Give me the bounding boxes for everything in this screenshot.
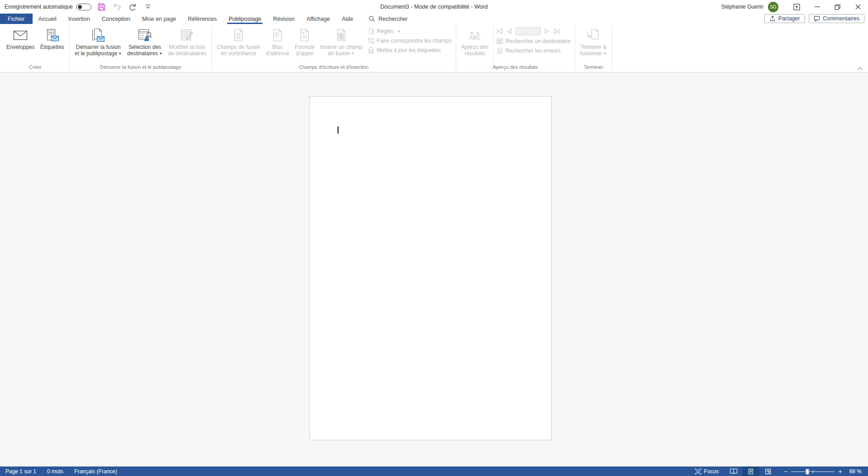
last-record-icon[interactable] bbox=[553, 28, 560, 34]
read-mode-icon bbox=[730, 468, 738, 474]
tab-aide[interactable]: Aide bbox=[336, 14, 359, 24]
text-cursor bbox=[338, 126, 339, 134]
ribbon-publipostage: Enveloppes Étiquettes bbox=[0, 24, 868, 72]
dropdown-caret-icon: ▼ bbox=[396, 29, 401, 34]
match-fields-icon bbox=[368, 37, 375, 44]
select-recipients-button[interactable]: Sélection des destinataires▼ bbox=[124, 25, 165, 57]
match-fields-button[interactable]: Faire correspondre les champs bbox=[368, 37, 452, 44]
zoom-out-button[interactable]: − bbox=[784, 468, 787, 475]
group-label-apercu-resultats: Aperçu des résultats bbox=[457, 64, 574, 72]
rules-icon: ? bbox=[368, 28, 375, 35]
finish-merge-button[interactable]: Terminer & fusionner▼ bbox=[577, 25, 610, 57]
language-indicator[interactable]: Français (France) bbox=[69, 466, 123, 476]
address-block-icon bbox=[271, 28, 284, 43]
update-labels-button[interactable]: Mettre à jour les étiquettes bbox=[368, 47, 452, 54]
group-divider bbox=[69, 25, 70, 71]
etiquettes-button[interactable]: Étiquettes bbox=[38, 25, 67, 51]
find-recipient-button[interactable]: Rechercher un destinataire bbox=[496, 38, 571, 45]
read-mode-button[interactable] bbox=[725, 466, 742, 476]
svg-text:?: ? bbox=[371, 29, 373, 34]
tab-publipostage[interactable]: Publipostage bbox=[223, 14, 267, 24]
focus-toggle[interactable]: Focus bbox=[688, 466, 725, 476]
next-record-icon[interactable] bbox=[544, 28, 550, 34]
group-divider bbox=[456, 25, 456, 71]
restore-icon bbox=[835, 4, 840, 10]
ribbon-group-demarrer-fusion: Démarrer la fusion et le publipostage▼ bbox=[70, 24, 211, 72]
save-icon bbox=[98, 3, 105, 11]
tab-revision[interactable]: Révision bbox=[267, 14, 300, 24]
save-button[interactable] bbox=[97, 2, 107, 12]
tab-references[interactable]: Références bbox=[182, 14, 223, 24]
greeting-line-button[interactable]: Formule d'appel bbox=[292, 25, 317, 57]
enveloppes-button[interactable]: Enveloppes bbox=[4, 25, 38, 51]
group-label-creer: Créer bbox=[2, 64, 69, 72]
search-button[interactable]: Rechercher bbox=[369, 14, 408, 24]
tab-insertion[interactable]: Insertion bbox=[62, 14, 96, 24]
zoom-percentage[interactable]: 68 % bbox=[847, 468, 868, 475]
group-divider bbox=[612, 25, 612, 71]
user-name[interactable]: Stéphanie Guerin bbox=[721, 4, 763, 10]
customize-quick-access-button[interactable] bbox=[143, 2, 153, 12]
finish-merge-icon bbox=[586, 28, 601, 43]
zoom-slider-handle[interactable] bbox=[806, 469, 809, 475]
minimize-button[interactable] bbox=[807, 0, 827, 14]
dropdown-caret-icon: ▼ bbox=[158, 52, 162, 56]
web-layout-icon bbox=[765, 468, 772, 475]
search-icon bbox=[369, 16, 375, 22]
comments-button[interactable]: Commentaires bbox=[809, 14, 864, 23]
zoom-control: − + bbox=[777, 466, 846, 476]
address-block-button[interactable]: Bloc d'adresse bbox=[263, 25, 292, 57]
document-canvas[interactable] bbox=[0, 72, 868, 466]
chevron-down-icon bbox=[145, 5, 151, 9]
print-layout-button[interactable] bbox=[742, 466, 759, 476]
zoom-in-button[interactable]: + bbox=[838, 468, 842, 475]
close-icon bbox=[855, 4, 861, 10]
find-recipient-icon bbox=[496, 38, 503, 45]
tab-accueil[interactable]: Accueil bbox=[33, 14, 62, 24]
redo-icon bbox=[129, 3, 136, 11]
web-layout-button[interactable] bbox=[759, 466, 777, 476]
group-divider bbox=[575, 25, 575, 71]
dropdown-caret-icon: ▼ bbox=[602, 52, 607, 56]
document-page[interactable] bbox=[309, 96, 552, 440]
share-button[interactable]: Partager bbox=[764, 14, 805, 23]
insert-merge-field-button[interactable]: Insérer un champ de fusion▼ bbox=[317, 25, 365, 57]
focus-icon bbox=[695, 468, 701, 475]
autosave-toggle[interactable]: Enregistrement automatique bbox=[5, 4, 91, 10]
edit-recipient-list-icon bbox=[180, 29, 194, 42]
zoom-slider[interactable] bbox=[791, 468, 835, 475]
page-indicator[interactable]: Page 1 sur 1 bbox=[0, 466, 42, 476]
edit-recipient-list-button[interactable]: Modifier la liste de destinataires bbox=[165, 25, 209, 57]
ribbon-group-champs-ecriture: Champs de fusion en surbrillance bbox=[212, 24, 455, 72]
check-errors-icon bbox=[496, 47, 503, 54]
close-button[interactable] bbox=[848, 0, 868, 14]
previous-record-icon[interactable] bbox=[506, 28, 512, 34]
greeting-line-icon bbox=[298, 28, 311, 43]
preview-results-button[interactable]: « » ABC Aperçu des résultats bbox=[458, 25, 491, 57]
ribbon-tab-row: Fichier Accueil Insertion Conception Mis… bbox=[0, 14, 868, 24]
tab-fichier[interactable]: Fichier bbox=[0, 14, 33, 24]
restore-button[interactable] bbox=[827, 0, 848, 14]
tab-affichage[interactable]: Affichage bbox=[300, 14, 336, 24]
tab-mise-en-page[interactable]: Mise en page bbox=[136, 14, 182, 24]
chevron-up-icon bbox=[857, 67, 863, 70]
word-count[interactable]: 0 mots bbox=[42, 466, 69, 476]
tab-conception[interactable]: Conception bbox=[96, 14, 136, 24]
undo-button[interactable] bbox=[112, 2, 122, 12]
autosave-switch-icon[interactable] bbox=[76, 4, 91, 10]
quick-access-toolbar: Enregistrement automatique bbox=[0, 2, 153, 12]
start-mail-merge-button[interactable]: Démarrer la fusion et le publipostage▼ bbox=[72, 25, 124, 57]
status-bar: Page 1 sur 1 0 mots Français (France) Fo… bbox=[0, 466, 868, 476]
redo-button[interactable] bbox=[128, 2, 138, 12]
check-errors-button[interactable]: Rechercher les erreurs bbox=[496, 47, 571, 54]
ribbon-display-options-button[interactable] bbox=[787, 0, 807, 14]
group-label-champs-ecriture: Champs d'écriture et d'insertion bbox=[212, 64, 455, 72]
collapse-ribbon-button[interactable] bbox=[857, 67, 863, 70]
first-record-icon[interactable] bbox=[496, 28, 503, 34]
highlight-merge-fields-button[interactable]: Champs de fusion en surbrillance bbox=[214, 25, 263, 57]
update-labels-icon bbox=[368, 47, 375, 54]
rules-button[interactable]: ? Règles▼ bbox=[368, 28, 452, 35]
labels-icon bbox=[45, 29, 59, 42]
avatar[interactable]: SG bbox=[768, 2, 778, 12]
record-number-input[interactable] bbox=[515, 27, 541, 35]
